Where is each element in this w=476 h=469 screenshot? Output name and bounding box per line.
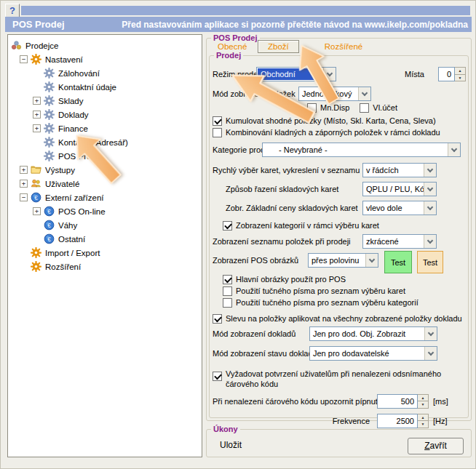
tree-item[interactable]: + Výstupy (8, 163, 202, 177)
spin-down-icon[interactable]: ▼ (455, 75, 465, 81)
group-ukony: Úkony Uložit Zavřít (206, 425, 472, 457)
tree-item[interactable]: Ostatní (8, 232, 202, 246)
pipnuti-value[interactable]: 500 (377, 394, 418, 409)
tab-zbozi[interactable]: Zboží (258, 40, 299, 53)
checkbox-slevu[interactable]: Slevu na položky aplikovat na všechny zo… (213, 314, 462, 324)
rezim-prodeje-select[interactable]: Obchodní (256, 67, 336, 81)
checkbox-label: Použití tučného písma pro seznam výběru … (236, 286, 405, 295)
spin-down-icon[interactable]: ▼ (418, 401, 428, 408)
pos-obrazky-value: přes polovinu (309, 254, 365, 267)
help-button[interactable]: ? (5, 4, 20, 17)
zobr-ceny-select[interactable]: vlevo dole (362, 201, 437, 215)
tree-item-icon (44, 123, 55, 134)
checkbox-zobrazeni-kategorii[interactable]: Zobrazení kategorií v rámci výběru karet (223, 221, 379, 231)
save-button[interactable]: Uložit (220, 440, 242, 450)
tree-item[interactable]: + Uživatelé (8, 177, 202, 191)
mod-stavu-select[interactable]: Jen pro dodavatelské (309, 346, 437, 361)
tree-item[interactable]: + Finance (8, 121, 202, 135)
checkbox-box[interactable] (307, 103, 317, 113)
dropdown-arrow-icon[interactable] (424, 347, 437, 360)
tab-obecne[interactable]: Obecné (218, 42, 256, 51)
checkbox-kombinovani[interactable]: Kombinování kladných a záporných položek… (213, 128, 440, 137)
tree-item[interactable]: Import / Export (8, 246, 202, 260)
dropdown-arrow-icon[interactable] (323, 68, 336, 81)
checkbox-vl-ucet[interactable]: Vl.účet (360, 103, 397, 113)
pipnuti-spinner[interactable]: 500 ▲▼ (377, 394, 429, 409)
rychly-vyber-select[interactable]: v řádcích (362, 163, 437, 177)
tree-item[interactable]: Kontaktní údaje (8, 80, 202, 94)
close-button[interactable]: Zavřít (408, 438, 464, 454)
checkbox-box[interactable] (213, 116, 222, 126)
tree-expand-toggle[interactable]: + (33, 97, 41, 105)
seznam-polozek-select[interactable]: zkrácené (362, 234, 437, 249)
tree-expand-toggle[interactable]: − (20, 55, 28, 63)
tree-item[interactable]: POS Prodej (8, 149, 202, 163)
tree-item[interactable]: Rozšíření (8, 260, 202, 273)
checkbox-box[interactable] (360, 103, 369, 113)
tree-item[interactable]: + Sklady (8, 94, 202, 108)
tree-item[interactable]: − Externí zařízení (8, 191, 202, 204)
tree-item[interactable]: Zálohování (8, 66, 202, 80)
checkbox-box[interactable] (223, 286, 232, 296)
checkbox-vyzadovat[interactable]: Vyžadovat potvrzení uživatelům při nenal… (213, 369, 464, 390)
mista-spinner[interactable]: 0 ▲▼ (438, 67, 466, 81)
checkbox-hlavni-obrazky[interactable]: Hlavní obrázky použít pro POS (223, 275, 346, 284)
frekvence-value[interactable]: 2500 (377, 414, 418, 428)
zpusob-razeni-value: QPLU / PLU, Kó (363, 183, 424, 196)
titlebar: POS Prodej Před nastavováním aplikace si… (5, 17, 472, 32)
seznam-polozek-label: Zobrazení seznamu položek při prodeji (213, 237, 362, 246)
checkbox-tucne-karet[interactable]: Použití tučného písma pro seznam výběru … (223, 286, 405, 296)
spin-up-icon[interactable]: ▲ (418, 395, 428, 402)
tree-expand-toggle[interactable]: + (20, 180, 28, 188)
test-green-button[interactable]: Test (384, 251, 412, 273)
checkbox-box[interactable] (223, 221, 232, 231)
checkbox-label: Hlavní obrázky použít pro POS (236, 275, 346, 284)
dropdown-arrow-icon[interactable] (424, 201, 436, 215)
pos-obrazky-select[interactable]: přes polovinu (308, 253, 378, 268)
checkbox-box[interactable] (213, 128, 222, 137)
checkbox-box[interactable] (213, 372, 222, 381)
tree-item[interactable]: − Nastavení (8, 52, 202, 66)
checkbox-tucne-kategorii[interactable]: Použití tučného písma pro seznam výběru … (223, 298, 419, 308)
tree-expand-toggle[interactable]: + (33, 124, 41, 132)
tree-item[interactable]: + Doklady (8, 108, 202, 121)
mod-dokladu-select[interactable]: Jen pro dod. Obj. Zobrazit (309, 326, 437, 341)
zpusob-razeni-select[interactable]: QPLU / PLU, Kó (362, 182, 437, 196)
spin-up-icon[interactable]: ▲ (418, 414, 428, 422)
row-rychly-vyber: Rychlý výběr karet, vykreslení v seznamu… (213, 163, 466, 177)
tree-expand-toggle[interactable]: − (20, 193, 28, 201)
checkbox-kumulovat[interactable]: Kumulovat shodné položky (Místo, Skl. Ka… (213, 116, 436, 126)
dropdown-arrow-icon[interactable] (424, 183, 436, 196)
frekvence-unit: [Hz] (433, 417, 448, 425)
spin-up-icon[interactable]: ▲ (455, 68, 465, 75)
tree-item[interactable]: Prodejce (8, 39, 202, 52)
tree-item-label: Finance (58, 124, 88, 133)
tree-expand-toggle[interactable]: + (20, 166, 28, 174)
frekvence-spinner[interactable]: 2500 ▲▼ (377, 414, 429, 428)
test-tan-button[interactable]: Test (417, 251, 443, 273)
tree-item[interactable]: Kontakty (Adresář) (8, 135, 202, 149)
tab-rozsirene[interactable]: Rozšířené (325, 42, 362, 51)
dropdown-arrow-icon[interactable] (365, 254, 378, 267)
checkbox-box[interactable] (213, 314, 222, 324)
dropdown-arrow-icon[interactable] (424, 164, 436, 177)
tree-item[interactable]: + POS On-line (8, 204, 202, 218)
dropdown-arrow-icon[interactable] (424, 327, 437, 340)
checkbox-box[interactable] (223, 298, 232, 308)
dropdown-arrow-icon[interactable] (424, 235, 436, 248)
tree-item[interactable]: Váhy (8, 218, 202, 232)
checkbox-box[interactable] (223, 275, 232, 284)
checkbox-mn-disp[interactable]: Mn.Disp (307, 103, 349, 113)
tree-expand-toggle[interactable]: + (33, 207, 41, 215)
dropdown-arrow-icon[interactable] (448, 143, 460, 156)
tree-item-label: POS Prodej (58, 152, 103, 161)
spin-down-icon[interactable]: ▼ (418, 421, 428, 428)
mod-polozek-select[interactable]: Jednořádkový (298, 87, 371, 101)
kategorie-select[interactable]: - Nevybrané - (262, 143, 461, 157)
dropdown-arrow-icon[interactable] (358, 87, 370, 100)
checkbox-label: Použití tučného písma pro seznam výběru … (236, 298, 419, 307)
row-seznam-polozek: Zobrazení seznamu položek při prodeji zk… (213, 234, 466, 249)
mista-value[interactable]: 0 (438, 67, 455, 81)
tree-expand-toggle[interactable]: + (33, 111, 41, 119)
mista-label: Místa (405, 70, 431, 79)
